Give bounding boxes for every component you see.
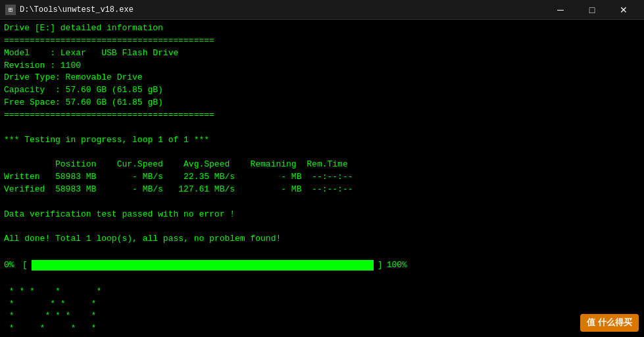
- blank-1: [4, 122, 640, 134]
- progress-row: 0% [ ] 100%: [4, 259, 640, 272]
- app-icon: ⊞: [5, 5, 16, 15]
- all-done-line: All done! Total 1 loop(s), all pass, no …: [4, 233, 640, 246]
- model-line: Model : Lexar USB Flash Drive: [4, 47, 640, 60]
- stars-row-1: * * * * *: [4, 286, 640, 298]
- stars-row-2: * * * *: [4, 298, 640, 311]
- stars-block: * * * * * * * * * * * * * * * * * * * * …: [4, 286, 640, 337]
- title-bar: ⊞ D:\Tools\unwtest_v18.exe ─ □ ✕: [0, 0, 644, 20]
- watermark: 值 什么得买: [580, 314, 639, 332]
- testing-line: *** Testing in progress, loop 1 of 1 ***: [4, 134, 640, 147]
- maximize-button[interactable]: □: [577, 0, 607, 20]
- written-line: Written 58983 MB - MB/s 22.35 MB/s - MB …: [4, 171, 640, 184]
- capacity-line: Capacity : 57.60 GB (61.85 gB): [4, 84, 640, 97]
- verified-line: Verified 58983 MB - MB/s 127.61 MB/s - M…: [4, 184, 640, 196]
- separator-2: ========================================…: [4, 109, 640, 122]
- drive-type-line: Drive Type: Removable Drive: [4, 72, 640, 84]
- blank-2: [4, 146, 640, 159]
- terminal-window: Drive [E:] detailed information ========…: [0, 20, 644, 337]
- blank-3: [4, 196, 640, 209]
- minimize-button[interactable]: ─: [545, 0, 576, 20]
- revision-line: Revision : 1100: [4, 60, 640, 72]
- blank-4: [4, 221, 640, 234]
- progress-close-bracket: ]: [378, 259, 383, 272]
- close-button[interactable]: ✕: [608, 0, 639, 20]
- blank-6: [4, 273, 640, 286]
- blank-5: [4, 246, 640, 258]
- progress-bar-fill: [32, 260, 374, 271]
- progress-label-right: 100%: [387, 259, 407, 272]
- window-controls[interactable]: ─ □ ✕: [545, 0, 639, 20]
- drive-info: Drive [E:] detailed information: [4, 22, 640, 35]
- verification-passed: Data verification test passed with no er…: [4, 209, 640, 221]
- progress-label-left: 0%: [4, 259, 18, 272]
- window-title: D:\Tools\unwtest_v18.exe: [20, 5, 134, 14]
- progress-open-bracket: [: [22, 259, 28, 272]
- stars-row-3: * * * * *: [4, 310, 640, 323]
- progress-bar: [32, 260, 374, 271]
- header-line: Position Cur.Speed Avg.Speed Remaining R…: [4, 159, 640, 171]
- title-bar-left: ⊞ D:\Tools\unwtest_v18.exe: [5, 5, 134, 15]
- free-space-line: Free Space: 57.60 GB (61.85 gB): [4, 97, 640, 109]
- separator-1: ========================================…: [4, 35, 640, 47]
- stars-row-4: * * * *: [4, 323, 640, 335]
